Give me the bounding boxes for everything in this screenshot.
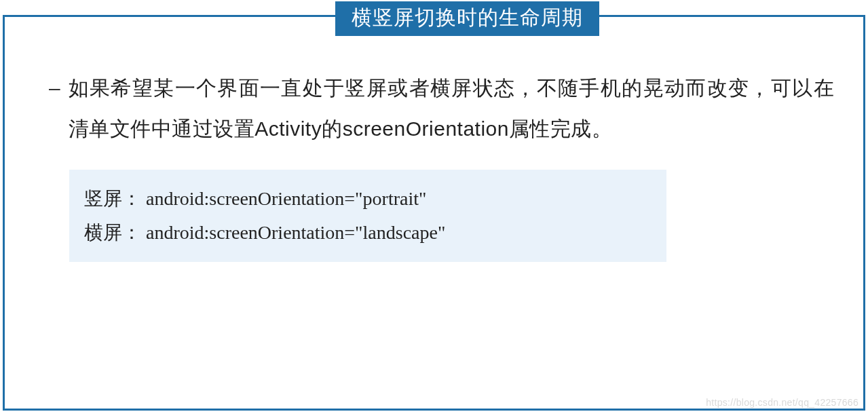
slide-title: 横竖屏切换时的生命周期 xyxy=(352,6,583,29)
code-line-portrait: 竖屏： android:screenOrientation="portrait" xyxy=(84,182,652,216)
paragraph-text: 如果希望某一个界面一直处于竖屏或者横屏状态，不随手机的晃动而改变，可以在清单文件… xyxy=(69,68,834,149)
slide-title-banner: 横竖屏切换时的生命周期 xyxy=(335,1,599,36)
watermark-text: https://blog.csdn.net/qq_42257666 xyxy=(706,397,858,408)
slide-content: – 如果希望某一个界面一直处于竖屏或者横屏状态，不随手机的晃动而改变，可以在清单… xyxy=(49,68,834,262)
bullet-item: – 如果希望某一个界面一直处于竖屏或者横屏状态，不随手机的晃动而改变，可以在清单… xyxy=(49,68,834,149)
code-line-landscape: 横屏： android:screenOrientation="landscape… xyxy=(84,216,652,250)
code-block: 竖屏： android:screenOrientation="portrait"… xyxy=(69,170,666,262)
bullet-marker: – xyxy=(49,68,60,109)
